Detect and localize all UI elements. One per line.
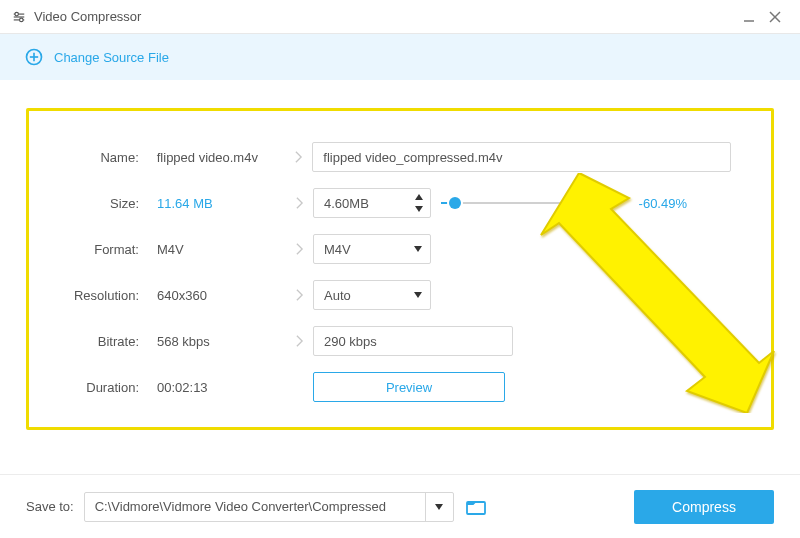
source-name: flipped video.m4v xyxy=(145,150,285,165)
label-resolution: Resolution: xyxy=(57,288,145,303)
save-path-dropdown[interactable] xyxy=(425,493,453,521)
change-source-link[interactable]: Change Source File xyxy=(54,50,169,65)
source-size[interactable]: 11.64 MB xyxy=(145,196,285,211)
change-source-bar: Change Source File xyxy=(0,34,800,80)
settings-panel: Name: flipped video.m4v Size: 11.64 MB xyxy=(26,108,774,430)
source-resolution: 640x360 xyxy=(145,288,285,303)
save-path-value: C:\Vidmore\Vidmore Video Converter\Compr… xyxy=(85,493,425,521)
save-to-label: Save to: xyxy=(26,499,74,514)
title-bar: Video Compressor xyxy=(0,0,800,34)
row-name: Name: flipped video.m4v xyxy=(57,141,731,173)
row-size: Size: 11.64 MB -60.49% xyxy=(57,187,731,219)
source-format: M4V xyxy=(145,242,285,257)
svg-point-3 xyxy=(15,12,18,16)
svg-rect-1 xyxy=(14,16,25,17)
row-bitrate: Bitrate: 568 kbps xyxy=(57,325,731,357)
size-step-up[interactable] xyxy=(413,192,425,202)
label-size: Size: xyxy=(57,196,145,211)
target-bitrate-input[interactable] xyxy=(313,326,513,356)
label-name: Name: xyxy=(57,150,145,165)
chevron-right-icon xyxy=(285,334,313,348)
chevron-right-icon xyxy=(285,196,313,210)
label-format: Format: xyxy=(57,242,145,257)
size-slider[interactable] xyxy=(441,196,621,210)
compression-percent: -60.49% xyxy=(631,196,687,211)
source-duration: 00:02:13 xyxy=(145,380,285,395)
row-resolution: Resolution: 640x360 xyxy=(57,279,731,311)
footer-bar: Save to: C:\Vidmore\Vidmore Video Conver… xyxy=(0,474,800,538)
save-path-select[interactable]: C:\Vidmore\Vidmore Video Converter\Compr… xyxy=(84,492,454,522)
open-folder-button[interactable] xyxy=(464,495,488,519)
plus-circle-icon xyxy=(24,47,44,67)
source-bitrate: 568 kbps xyxy=(145,334,285,349)
app-icon xyxy=(12,10,26,24)
target-name-input[interactable] xyxy=(312,142,731,172)
label-duration: Duration: xyxy=(57,380,145,395)
minimize-button[interactable] xyxy=(736,4,762,30)
close-button[interactable] xyxy=(762,4,788,30)
chevron-right-icon xyxy=(285,288,313,302)
row-duration: Duration: 00:02:13 Preview xyxy=(57,371,731,403)
label-bitrate: Bitrate: xyxy=(57,334,145,349)
svg-point-4 xyxy=(20,18,23,22)
chevron-right-icon xyxy=(285,242,313,256)
chevron-right-icon xyxy=(284,150,312,164)
target-resolution-select[interactable] xyxy=(313,280,431,310)
row-format: Format: M4V xyxy=(57,233,731,265)
compress-button[interactable]: Compress xyxy=(634,490,774,524)
target-format-select[interactable] xyxy=(313,234,431,264)
size-step-down[interactable] xyxy=(413,204,425,214)
app-title: Video Compressor xyxy=(34,9,141,24)
preview-button[interactable]: Preview xyxy=(313,372,505,402)
